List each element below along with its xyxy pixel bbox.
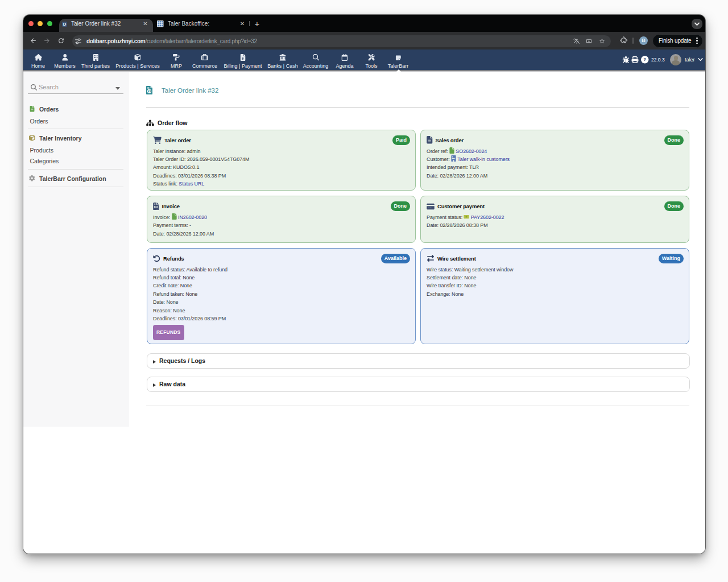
svg-text:D: D (63, 22, 66, 27)
svg-text:$: $ (148, 89, 151, 93)
svg-text:?: ? (643, 57, 646, 62)
